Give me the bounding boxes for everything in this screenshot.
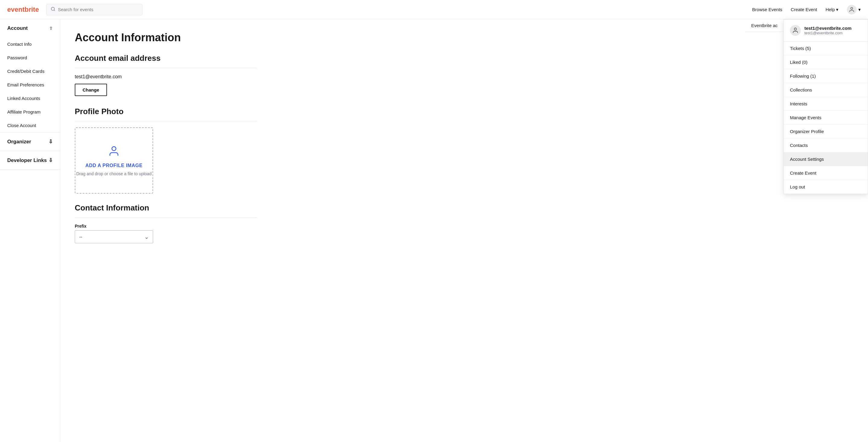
sidebar-section-developer-links: Developer Links ⇩ bbox=[0, 151, 60, 170]
svg-point-0 bbox=[51, 7, 55, 10]
dropdown-item-tickets[interactable]: Tickets (5) bbox=[784, 41, 868, 56]
create-event-link[interactable]: Create Event bbox=[791, 7, 817, 12]
sidebar-section-organizer-label: Organizer bbox=[7, 139, 31, 145]
svg-line-1 bbox=[54, 10, 55, 11]
search-icon bbox=[51, 7, 56, 13]
account-dropdown-panel: test1@eventbrite.com test1@eventbrite.co… bbox=[784, 19, 868, 194]
sidebar-item-email-preferences[interactable]: Email Preferences bbox=[0, 78, 60, 92]
sidebar-section-organizer: Organizer ⇩ bbox=[0, 133, 60, 151]
prefix-label: Prefix bbox=[75, 224, 257, 229]
sidebar-section-account-label: Account bbox=[7, 25, 28, 31]
sidebar-section-organizer-header[interactable]: Organizer ⇩ bbox=[0, 133, 60, 151]
account-button[interactable]: ▾ bbox=[847, 5, 861, 14]
dropdown-avatar-icon bbox=[790, 25, 801, 36]
svg-point-2 bbox=[851, 7, 853, 9]
sidebar-item-contact-info[interactable]: Contact Info bbox=[0, 37, 60, 51]
sidebar-section-account-header[interactable]: Account ⇧ bbox=[0, 19, 60, 37]
sidebar-item-password[interactable]: Password bbox=[0, 51, 60, 64]
sidebar-section-account: Account ⇧ Contact Info Password Credit/D… bbox=[0, 19, 60, 133]
prefix-select[interactable]: -- Mr. Ms. Mrs. Dr. Prof. bbox=[75, 230, 153, 243]
dropdown-item-following[interactable]: Following (1) bbox=[784, 69, 868, 83]
main-layout: Account ⇧ Contact Info Password Credit/D… bbox=[0, 19, 868, 442]
dropdown-user-info: test1@eventbrite.com test1@eventbrite.co… bbox=[804, 26, 851, 35]
dropdown-item-manage-events[interactable]: Manage Events bbox=[784, 111, 868, 125]
svg-point-4 bbox=[794, 28, 796, 30]
sidebar: Account ⇧ Contact Info Password Credit/D… bbox=[0, 19, 60, 442]
page-title: Account Information bbox=[75, 31, 257, 44]
main-content: Account Information Account email addres… bbox=[60, 19, 271, 442]
dropdown-item-liked[interactable]: Liked (0) bbox=[784, 56, 868, 69]
photo-upload-area[interactable]: ADD A PROFILE IMAGE Drag and drop or cho… bbox=[75, 127, 153, 194]
prefix-select-wrapper: -- Mr. Ms. Mrs. Dr. Prof. ⌄ bbox=[75, 230, 153, 243]
upload-person-icon bbox=[108, 145, 120, 160]
chevron-down-icon-developer: ⇩ bbox=[49, 157, 53, 164]
help-link[interactable]: Help ▾ bbox=[826, 7, 838, 12]
email-display: test1@eventbrite.com bbox=[75, 74, 257, 79]
change-email-button[interactable]: Change bbox=[75, 84, 107, 96]
email-divider bbox=[75, 68, 257, 68]
header: eventbrite Browse Events Create Event He… bbox=[0, 0, 868, 19]
svg-point-3 bbox=[112, 147, 116, 150]
sidebar-section-developer-links-label: Developer Links bbox=[7, 158, 47, 164]
search-input[interactable] bbox=[58, 7, 138, 12]
upload-hint: Drag and drop or choose a file to upload bbox=[76, 171, 152, 176]
contact-info-title: Contact Information bbox=[75, 203, 257, 215]
upload-label: ADD A PROFILE IMAGE bbox=[85, 163, 143, 168]
dropdown-item-create-event[interactable]: Create Event bbox=[784, 166, 868, 180]
email-section-title: Account email address bbox=[75, 54, 257, 65]
sidebar-item-credit-debit-cards[interactable]: Credit/Debit Cards bbox=[0, 64, 60, 78]
header-nav: Browse Events Create Event Help ▾ ▾ bbox=[752, 5, 861, 14]
contact-info-section: Contact Information Prefix -- Mr. Ms. Mr… bbox=[75, 203, 257, 243]
eventbrite-banner: Eventbrite ac bbox=[745, 19, 784, 32]
logo[interactable]: eventbrite bbox=[7, 6, 39, 13]
dropdown-item-contacts[interactable]: Contacts bbox=[784, 138, 868, 152]
dropdown-email-secondary: test1@eventbrite.com bbox=[804, 31, 851, 35]
chevron-down-icon-organizer: ⇩ bbox=[49, 138, 53, 145]
dropdown-item-logout[interactable]: Log out bbox=[784, 180, 868, 194]
contact-info-divider bbox=[75, 217, 257, 218]
sidebar-section-developer-links-header[interactable]: Developer Links ⇩ bbox=[0, 151, 60, 170]
chevron-up-icon: ⇧ bbox=[49, 26, 53, 31]
dropdown-item-collections[interactable]: Collections bbox=[784, 83, 868, 97]
dropdown-email-primary: test1@eventbrite.com bbox=[804, 26, 851, 31]
sidebar-item-close-account[interactable]: Close Account bbox=[0, 118, 60, 132]
profile-photo-section: Profile Photo ADD A PROFILE IMAGE Drag a… bbox=[75, 107, 257, 194]
sidebar-item-linked-accounts[interactable]: Linked Accounts bbox=[0, 92, 60, 105]
sidebar-item-affiliate-program[interactable]: Affiliate Program bbox=[0, 105, 60, 118]
search-bar[interactable] bbox=[46, 4, 143, 15]
dropdown-item-interests[interactable]: Interests bbox=[784, 97, 868, 111]
logo-text: eventbrite bbox=[7, 6, 39, 13]
email-section: Account email address test1@eventbrite.c… bbox=[75, 54, 257, 107]
dropdown-item-account-settings[interactable]: Account Settings bbox=[784, 152, 868, 166]
account-avatar-icon bbox=[847, 5, 857, 14]
dropdown-item-organizer-profile[interactable]: Organizer Profile bbox=[784, 125, 868, 138]
profile-photo-title: Profile Photo bbox=[75, 107, 257, 118]
browse-events-link[interactable]: Browse Events bbox=[752, 7, 782, 12]
dropdown-user-header: test1@eventbrite.com test1@eventbrite.co… bbox=[784, 20, 868, 41]
account-arrow-icon: ▾ bbox=[858, 7, 861, 12]
